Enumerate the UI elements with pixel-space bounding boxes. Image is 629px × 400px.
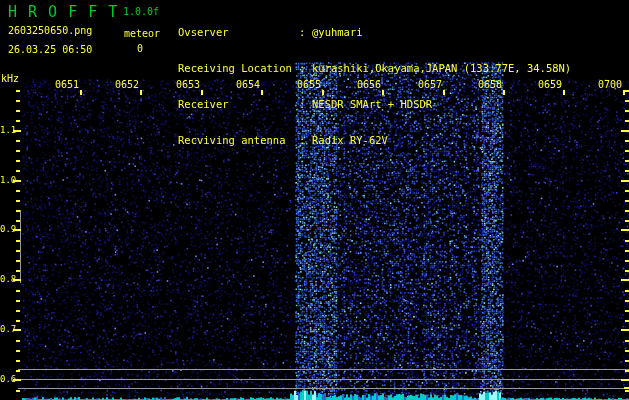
time-minute-tick — [443, 90, 445, 95]
freq-minor-tick-right — [625, 190, 629, 192]
time-minute-tick — [261, 90, 263, 95]
freq-minor-tick-left — [16, 120, 20, 122]
freq-minor-tick-left — [16, 340, 20, 342]
freq-minor-tick-left — [16, 290, 20, 292]
freq-major-tick-left — [13, 379, 21, 381]
freq-minor-tick-right — [625, 340, 629, 342]
app-title: H R O F F T — [8, 3, 118, 21]
freq-major-tick-left — [13, 130, 21, 132]
freq-minor-tick-right — [625, 390, 629, 392]
info-label: Receiving Location — [178, 62, 299, 74]
time-minute-tick — [382, 90, 384, 95]
time-minute-tick — [623, 90, 625, 95]
freq-minor-tick-right — [625, 220, 629, 222]
freq-major-tick-left — [13, 279, 21, 281]
info-value: NESDR SMArt + HDSDR — [312, 98, 432, 110]
freq-minor-tick-right — [625, 240, 629, 242]
info-label: Receiver — [178, 98, 299, 110]
freq-minor-tick-right — [625, 120, 629, 122]
time-minute-tick — [563, 90, 565, 95]
freq-minor-tick-right — [625, 250, 629, 252]
freq-minor-tick-left — [16, 100, 20, 102]
output-filename: 2603250650.png — [8, 25, 92, 36]
freq-major-tick-left — [13, 329, 21, 331]
freq-major-tick-right — [621, 130, 629, 132]
freq-minor-tick-left — [16, 360, 20, 362]
time-tick-label: 0656 — [351, 79, 381, 90]
freq-minor-tick-left — [16, 260, 20, 262]
time-minute-tick — [140, 90, 142, 95]
freq-major-tick-right — [621, 229, 629, 231]
freq-minor-tick-right — [625, 350, 629, 352]
info-value: @yuhmari — [312, 26, 363, 38]
info-row-observer: Ovserver:@yuhmari — [178, 26, 571, 38]
freq-minor-tick-right — [625, 170, 629, 172]
freq-major-tick-right — [621, 329, 629, 331]
freq-minor-tick-left — [16, 170, 20, 172]
hrofft-window: H R O F F T 1.0.0f 2603250650.png meteor… — [0, 0, 629, 400]
freq-minor-tick-left — [16, 160, 20, 162]
info-row-receiver: Receiver:NESDR SMArt + HDSDR — [178, 98, 571, 110]
freq-minor-tick-right — [625, 110, 629, 112]
freq-minor-tick-right — [625, 140, 629, 142]
date-time: 26.03.25 06:50 — [8, 44, 92, 55]
meteor-count-value: 0 — [120, 43, 160, 54]
info-row-location: Receiving Location:kurashiki,Okayama,JAP… — [178, 62, 571, 74]
freq-minor-tick-left — [16, 220, 20, 222]
time-minute-tick — [201, 90, 203, 95]
freq-minor-tick-right — [625, 360, 629, 362]
freq-minor-tick-right — [625, 210, 629, 212]
freq-minor-tick-left — [16, 350, 20, 352]
freq-minor-tick-left — [16, 90, 20, 92]
time-tick-label: 0651 — [49, 79, 79, 90]
freq-minor-tick-left — [16, 370, 20, 372]
freq-minor-tick-left — [16, 270, 20, 272]
freq-minor-tick-left — [16, 190, 20, 192]
info-value: kurashiki,Okayama,JAPAN (133.77E, 34.58N… — [312, 62, 571, 74]
info-separator: : — [299, 62, 312, 74]
freq-minor-tick-left — [16, 240, 20, 242]
freq-major-tick-left — [13, 180, 21, 182]
freq-major-tick-right — [621, 180, 629, 182]
time-tick-label: 0659 — [532, 79, 562, 90]
time-minute-tick — [503, 90, 505, 95]
freq-minor-tick-left — [16, 210, 20, 212]
threshold-line — [18, 388, 629, 389]
time-tick-label: 0657 — [412, 79, 442, 90]
info-label: Ovserver — [178, 26, 299, 38]
threshold-line — [18, 369, 629, 370]
freq-minor-tick-left — [16, 310, 20, 312]
info-separator: : — [299, 98, 312, 110]
info-label: Recviving antenna — [178, 134, 299, 146]
time-tick-label: 0655 — [291, 79, 321, 90]
threshold-line — [18, 379, 629, 380]
freq-minor-tick-left — [16, 300, 20, 302]
info-row-antenna: Recviving antenna:Radix RY-62V — [178, 134, 571, 146]
freq-minor-tick-right — [625, 200, 629, 202]
info-separator: : — [299, 134, 312, 146]
time-tick-label: 0652 — [109, 79, 139, 90]
freq-minor-tick-right — [625, 320, 629, 322]
freq-minor-tick-right — [625, 290, 629, 292]
time-tick-label: 0658 — [472, 79, 502, 90]
freq-minor-tick-left — [16, 150, 20, 152]
time-minute-tick — [322, 90, 324, 95]
info-separator: : — [299, 26, 312, 38]
freq-minor-tick-right — [625, 300, 629, 302]
time-tick-label: 0653 — [170, 79, 200, 90]
freq-minor-tick-right — [625, 260, 629, 262]
freq-minor-tick-left — [16, 140, 20, 142]
freq-minor-tick-right — [625, 270, 629, 272]
freq-minor-tick-right — [625, 310, 629, 312]
freq-minor-tick-left — [16, 110, 20, 112]
freq-minor-tick-left — [16, 390, 20, 392]
time-minute-tick — [80, 90, 82, 95]
freq-axis-unit-label: kHz — [1, 73, 19, 84]
freq-minor-tick-right — [625, 160, 629, 162]
meteor-count-label: meteor — [124, 28, 160, 39]
right-edge-yellow-dash — [624, 387, 629, 389]
freq-minor-tick-left — [16, 200, 20, 202]
freq-minor-tick-right — [625, 90, 629, 92]
calibration-vertical-bar — [20, 210, 21, 283]
freq-major-tick-left — [13, 229, 21, 231]
